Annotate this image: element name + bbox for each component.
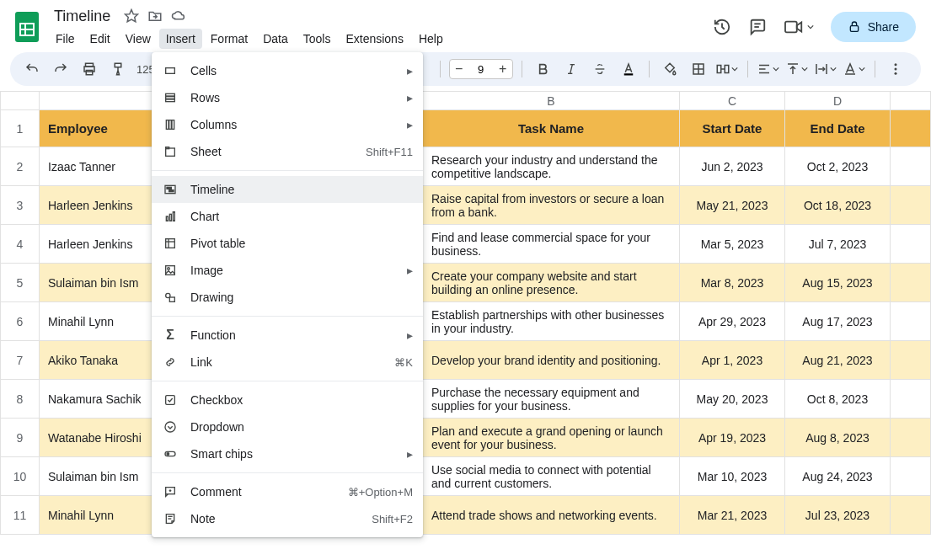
select-all-corner[interactable]	[1, 92, 40, 110]
menu-item-columns[interactable]: Columns ▸	[152, 111, 423, 138]
menu-item-comment[interactable]: Comment ⌘+Option+M	[152, 478, 423, 505]
text-color-icon[interactable]	[617, 57, 640, 81]
header-task[interactable]: Task Name	[423, 110, 680, 147]
cell[interactable]	[891, 302, 931, 341]
rotate-text-icon[interactable]	[843, 57, 866, 81]
font-size-control[interactable]: − +	[449, 59, 513, 79]
merge-cells-icon[interactable]	[715, 57, 739, 81]
print-icon[interactable]	[78, 57, 101, 81]
cell-task[interactable]: Research your industry and understand th…	[423, 147, 680, 186]
table-row[interactable]: 3Harleen JenkinsRaise capital from inves…	[1, 186, 931, 225]
cell-start[interactable]: Mar 5, 2023	[680, 225, 785, 264]
menu-item-pivot[interactable]: Pivot table	[152, 230, 423, 257]
cell-end[interactable]: Aug 15, 2023	[785, 264, 891, 302]
strikethrough-icon[interactable]	[588, 57, 612, 81]
more-icon[interactable]	[884, 57, 907, 81]
menu-file[interactable]: File	[49, 29, 82, 49]
table-header-row[interactable]: 1 Employee Task Name Start Date End Date	[1, 110, 931, 147]
menu-item-drawing[interactable]: Drawing	[152, 284, 423, 311]
row-header[interactable]: 8	[1, 380, 40, 419]
menu-item-image[interactable]: Image ▸	[152, 257, 423, 284]
cell-end[interactable]: Aug 21, 2023	[785, 341, 891, 380]
redo-icon[interactable]	[49, 57, 72, 81]
cell[interactable]	[891, 419, 931, 457]
header-end[interactable]: End Date	[785, 110, 891, 147]
cell-task[interactable]: Use social media to connect with potenti…	[423, 457, 680, 496]
wrap-icon[interactable]	[814, 57, 837, 81]
cell-start[interactable]: May 20, 2023	[680, 380, 785, 419]
cell[interactable]	[891, 147, 931, 186]
spreadsheet-grid[interactable]: A B C D 1 Employee Task Name Start Date …	[0, 91, 931, 535]
row-header[interactable]: 7	[1, 341, 40, 380]
cell-task[interactable]: Purchase the necessary equipment and sup…	[423, 380, 680, 419]
menu-item-timeline[interactable]: Timeline	[152, 176, 423, 203]
cell-start[interactable]: Mar 21, 2023	[680, 496, 785, 535]
history-icon[interactable]	[713, 18, 731, 36]
cell-start[interactable]: Mar 10, 2023	[680, 457, 785, 496]
table-row[interactable]: 2Izaac TannerResearch your industry and …	[1, 147, 931, 186]
valign-icon[interactable]	[785, 57, 809, 81]
fill-color-icon[interactable]	[658, 57, 682, 81]
menu-item-sheet[interactable]: Sheet Shift+F11	[152, 138, 423, 165]
menu-item-dropdown[interactable]: Dropdown	[152, 413, 423, 440]
table-row[interactable]: 10Sulaiman bin IsmUse social media to co…	[1, 457, 931, 496]
cell[interactable]	[891, 225, 931, 264]
increase-font-icon[interactable]: +	[494, 61, 512, 77]
col-header-c[interactable]: C	[680, 92, 785, 110]
move-icon[interactable]	[147, 8, 163, 24]
cell[interactable]	[891, 457, 931, 496]
paint-format-icon[interactable]	[106, 57, 130, 81]
cell-task[interactable]: Create your company website and start bu…	[423, 264, 680, 302]
cell-end[interactable]: Oct 2, 2023	[785, 147, 891, 186]
menu-data[interactable]: Data	[256, 29, 295, 49]
star-icon[interactable]	[124, 8, 139, 24]
row-header[interactable]: 5	[1, 264, 40, 302]
halign-icon[interactable]	[757, 57, 780, 81]
menu-view[interactable]: View	[119, 29, 158, 49]
cell-end[interactable]: Aug 17, 2023	[785, 302, 891, 341]
sheets-logo[interactable]	[10, 10, 44, 44]
cell-end[interactable]: Jul 7, 2023	[785, 225, 891, 264]
col-header-e[interactable]	[891, 92, 931, 110]
cell-end[interactable]: Aug 24, 2023	[785, 457, 891, 496]
menu-item-smart-chips[interactable]: Smart chips ▸	[152, 440, 423, 467]
cell-start[interactable]: Jun 2, 2023	[680, 147, 785, 186]
cell-end[interactable]: Oct 18, 2023	[785, 186, 891, 225]
menu-tools[interactable]: Tools	[297, 29, 338, 49]
cell[interactable]	[891, 341, 931, 380]
menu-format[interactable]: Format	[204, 29, 254, 49]
cell[interactable]	[891, 186, 931, 225]
cell-start[interactable]: Apr 19, 2023	[680, 419, 785, 457]
table-row[interactable]: 4Harleen JenkinsFind and lease commercia…	[1, 225, 931, 264]
menu-extensions[interactable]: Extensions	[339, 29, 409, 49]
table-row[interactable]: 9Watanabe HiroshiPlan and execute a gran…	[1, 419, 931, 457]
row-header[interactable]: 4	[1, 225, 40, 264]
cell-start[interactable]: Apr 1, 2023	[680, 341, 785, 380]
document-title[interactable]: Timeline	[49, 6, 115, 27]
bold-icon[interactable]	[531, 57, 554, 81]
cloud-icon[interactable]	[171, 8, 186, 24]
table-row[interactable]: 5Sulaiman bin IsmCreate your company web…	[1, 264, 931, 302]
row-header[interactable]: 3	[1, 186, 40, 225]
header-start[interactable]: Start Date	[680, 110, 785, 147]
cell-end[interactable]: Aug 8, 2023	[785, 419, 891, 457]
menu-edit[interactable]: Edit	[83, 29, 117, 49]
cell-task[interactable]: Plan and execute a grand opening or laun…	[423, 419, 680, 457]
cell-task[interactable]: Develop your brand identity and position…	[423, 341, 680, 380]
row-header[interactable]: 2	[1, 147, 40, 186]
cell-end[interactable]: Jul 23, 2023	[785, 496, 891, 535]
cell-start[interactable]: May 21, 2023	[680, 186, 785, 225]
comment-icon[interactable]	[748, 18, 767, 36]
font-size-input[interactable]	[468, 63, 494, 76]
menu-item-cells[interactable]: Cells ▸	[152, 57, 423, 84]
cell-end[interactable]: Oct 8, 2023	[785, 380, 891, 419]
cell[interactable]	[891, 380, 931, 419]
cell-task[interactable]: Establish partnerships with other busine…	[423, 302, 680, 341]
cell-start[interactable]: Mar 8, 2023	[680, 264, 785, 302]
row-header[interactable]: 9	[1, 419, 40, 457]
col-header-d[interactable]: D	[785, 92, 891, 110]
table-row[interactable]: 6Minahil LynnEstablish partnerships with…	[1, 302, 931, 341]
cell-task[interactable]: Find and lease commercial space for your…	[423, 225, 680, 264]
cell[interactable]	[891, 110, 931, 147]
row-header[interactable]: 10	[1, 457, 40, 496]
